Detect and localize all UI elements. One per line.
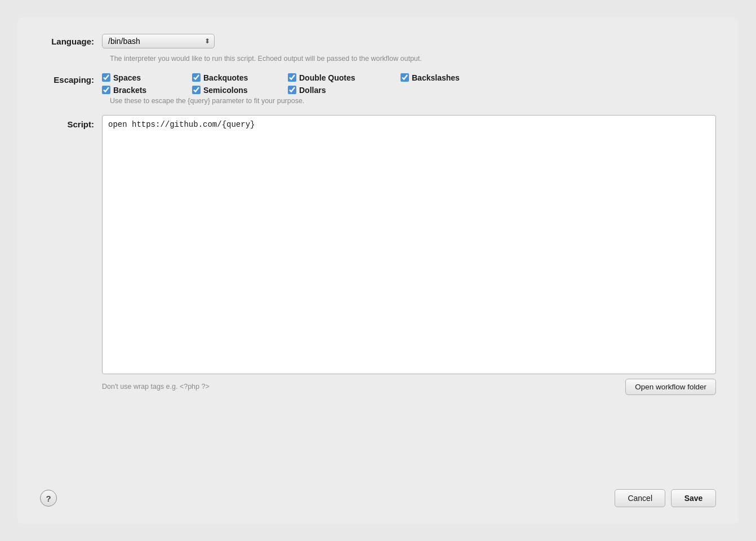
checkbox-double-quotes-input[interactable] (288, 73, 296, 82)
bottom-bar: ? Cancel Save (40, 489, 716, 507)
language-select-wrapper: /bin/bash /bin/sh /usr/bin/perl /usr/bin… (102, 34, 215, 48)
checkbox-brackets-label: Brackets (113, 86, 146, 95)
checkbox-semicolons[interactable]: Semicolons (192, 86, 288, 95)
language-row: Language: /bin/bash /bin/sh /usr/bin/per… (40, 34, 716, 48)
checkbox-semicolons-label: Semicolons (203, 86, 248, 95)
save-button[interactable]: Save (671, 489, 716, 507)
language-select[interactable]: /bin/bash /bin/sh /usr/bin/perl /usr/bin… (102, 34, 215, 48)
checkbox-backquotes-input[interactable] (192, 73, 201, 82)
cancel-button[interactable]: Cancel (615, 489, 665, 507)
checkbox-dollars[interactable]: Dollars (288, 86, 401, 95)
checkbox-dollars-label: Dollars (299, 86, 326, 95)
escaping-hint: Use these to escape the {query} paramete… (110, 97, 716, 105)
escaping-label: Escaping: (40, 73, 102, 85)
open-workflow-folder-button[interactable]: Open workflow folder (625, 379, 716, 395)
help-button[interactable]: ? (40, 490, 57, 507)
checkbox-backquotes-label: Backquotes (203, 73, 248, 82)
checkbox-brackets[interactable]: Brackets (102, 86, 192, 95)
checkbox-spaces-label: Spaces (113, 73, 141, 82)
checkbox-brackets-input[interactable] (102, 86, 110, 94)
script-area-wrapper: open https://github.com/{query} Don't us… (102, 115, 716, 395)
checkbox-spaces[interactable]: Spaces (102, 73, 192, 82)
script-textarea[interactable]: open https://github.com/{query} (102, 115, 716, 374)
checkbox-backslashes-input[interactable] (401, 73, 409, 82)
dialog-container: Language: /bin/bash /bin/sh /usr/bin/per… (17, 17, 739, 524)
language-label: Language: (40, 34, 102, 46)
no-wrap-hint: Don't use wrap tags e.g. <?php ?> (102, 383, 210, 391)
escaping-checkboxes: Spaces Backquotes Double Quotes Backslas… (102, 73, 502, 95)
checkbox-double-quotes-label: Double Quotes (299, 73, 355, 82)
script-label: Script: (40, 115, 102, 129)
checkbox-backslashes-label: Backslashes (412, 73, 460, 82)
script-footer: Don't use wrap tags e.g. <?php ?> Open w… (102, 379, 716, 395)
checkbox-backquotes[interactable]: Backquotes (192, 73, 288, 82)
checkbox-semicolons-input[interactable] (192, 86, 201, 94)
checkbox-dollars-input[interactable] (288, 86, 296, 94)
action-buttons: Cancel Save (615, 489, 716, 507)
checkbox-double-quotes[interactable]: Double Quotes (288, 73, 401, 82)
checkbox-spaces-input[interactable] (102, 73, 110, 82)
checkbox-backslashes[interactable]: Backslashes (401, 73, 502, 82)
language-hint: The interpreter you would like to run th… (110, 54, 716, 64)
escaping-row: Escaping: Spaces Backquotes Double Quote… (40, 73, 716, 95)
script-row: Script: open https://github.com/{query} … (40, 115, 716, 476)
